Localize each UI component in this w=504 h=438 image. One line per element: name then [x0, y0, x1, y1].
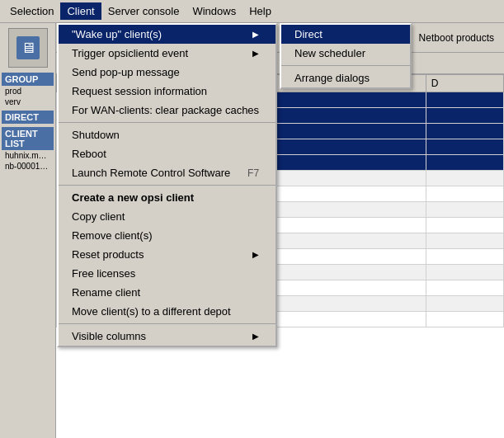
table-row[interactable]: John Keating [57, 124, 504, 139]
cell-client-name: Dorothy Gale [57, 296, 426, 312]
toolbar-btn-3[interactable]: 🔄 [112, 26, 137, 49]
cell-client-name: Kate Austen [57, 265, 426, 280]
cell-d [426, 186, 503, 202]
cell-d [426, 280, 503, 296]
main-content: ◀ ▶ 🔄 Netboot products Clients Client na… [56, 23, 504, 438]
sidebar-group-label[interactable]: GROUP [2, 73, 54, 86]
table-row[interactable]: Dorothy Gale [57, 296, 504, 312]
table-row[interactable]: Liesel Meminge [57, 155, 504, 171]
tab-bar: Clients [56, 53, 504, 74]
table-row[interactable]: Hazel Grace [57, 108, 504, 124]
sidebar-entry-prod[interactable]: prod [2, 86, 54, 97]
table-row[interactable]: Kate Austen [57, 265, 504, 280]
cell-d [426, 171, 503, 186]
cell-client-name: Katniss Everdee [57, 139, 426, 155]
toolbar-btn-1[interactable]: ◀ [59, 26, 84, 49]
table-row[interactable]: Jessica Rabbit [57, 280, 504, 296]
col-header-d[interactable]: D [426, 75, 503, 92]
sidebar-entry-huhnix[interactable]: huhnix.mz.uib.gmbh [2, 150, 54, 161]
cell-client-name: Jo March [57, 233, 426, 249]
cell-client-name: Beatrice Prior [57, 249, 426, 265]
table-row[interactable]: Elena Gilbert [57, 186, 504, 202]
cell-client-name: Cole Phelps [57, 171, 426, 186]
toolbar: ◀ ▶ 🔄 Netboot products [56, 23, 504, 53]
menu-help[interactable]: Help [243, 2, 278, 20]
menu-windows[interactable]: Windows [186, 2, 243, 20]
menu-server-console[interactable]: Server console [101, 2, 186, 20]
app-body: 🖥 GROUP prod verv DIRECT CLIENT LIST huh… [0, 23, 504, 438]
cell-client-name: Phoebe Halliwel [57, 218, 426, 233]
cell-client-name: Jessica Rabbit [57, 280, 426, 296]
cell-client-name: Liesel Meminge [57, 155, 426, 171]
menu-client[interactable]: Client [60, 2, 101, 20]
cell-d [426, 233, 503, 249]
sidebar-entry-verv[interactable]: verv [2, 97, 54, 107]
table-row[interactable]: Cole Phelps [57, 171, 504, 186]
client-table-wrapper: Client name D Chris GarderHazel GraceJoh… [56, 74, 504, 438]
table-row[interactable]: Beatrice Prior [57, 249, 504, 265]
cell-d [426, 296, 503, 312]
table-row[interactable]: Sookie Stackhou [57, 202, 504, 218]
cell-d [426, 312, 503, 327]
cell-d [426, 202, 503, 218]
cell-d [426, 218, 503, 233]
cell-client-name: Sookie Stackhou [57, 202, 426, 218]
cell-client-name: Elena Gilbert [57, 186, 426, 202]
cell-d [426, 265, 503, 280]
client-table: Client name D Chris GarderHazel GraceJoh… [56, 74, 504, 327]
sidebar-entry-nb[interactable]: nb-00001a.acme.corp [2, 161, 54, 172]
cell-d [426, 249, 503, 265]
netboot-label: Netboot products [419, 32, 501, 44]
sidebar-icon-1: 🖥 [8, 28, 48, 68]
table-row[interactable]: Katniss Everdee [57, 139, 504, 155]
cell-d [426, 155, 503, 171]
cell-d [426, 92, 503, 108]
cell-d [426, 139, 503, 155]
table-row[interactable]: Phoebe Halliwel [57, 218, 504, 233]
cell-client-name: Chris Garder [57, 92, 426, 108]
col-header-client-name[interactable]: Client name [57, 75, 426, 92]
toolbar-btn-2[interactable]: ▶ [86, 26, 111, 49]
sidebar: 🖥 GROUP prod verv DIRECT CLIENT LIST huh… [0, 23, 56, 438]
svg-text:🖥: 🖥 [21, 40, 35, 56]
table-row[interactable]: Jo March [57, 233, 504, 249]
tab-clients[interactable]: Clients [59, 54, 108, 73]
cell-client-name: John Keating [57, 124, 426, 139]
cell-d [426, 108, 503, 124]
menubar: Selection Client Server console Windows … [0, 0, 504, 23]
table-row[interactable]: Chris Garder [57, 92, 504, 108]
menu-selection[interactable]: Selection [3, 2, 60, 20]
cell-client-name: Tris Prior [57, 312, 426, 327]
cell-d [426, 124, 503, 139]
sidebar-client-list-label[interactable]: CLIENT LIST [2, 127, 54, 150]
table-row[interactable]: Tris Prior [57, 312, 504, 327]
sidebar-direct-label[interactable]: DIRECT [2, 111, 54, 124]
cell-client-name: Hazel Grace [57, 108, 426, 124]
